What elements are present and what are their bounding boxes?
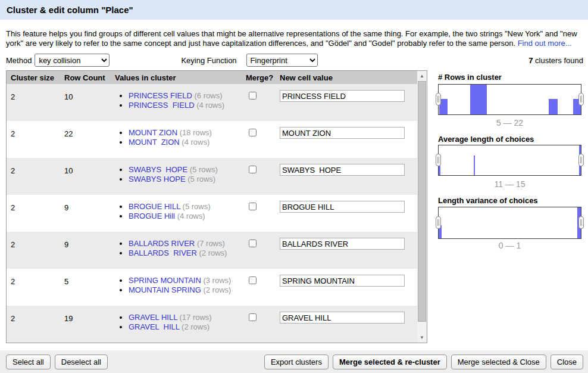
cluster-value-link[interactable]: SWABYS HOPE xyxy=(129,175,186,184)
cluster-value-link[interactable]: BROGUE Hill xyxy=(129,212,175,220)
merge-recluster-button[interactable]: Merge selected & re-cluster xyxy=(333,355,447,369)
range-slider-handle-right[interactable] xyxy=(578,93,584,105)
row-count-cell: 9 xyxy=(64,240,68,249)
cluster-value-rowcount: (3 rows) xyxy=(201,276,232,285)
feature-description: This feature helps you find groups of di… xyxy=(6,29,583,48)
cluster-value-link[interactable]: GRAVEL HILL xyxy=(129,313,177,322)
cluster-value-link[interactable]: MOUNT ZION xyxy=(129,138,180,147)
new-cell-value-input[interactable] xyxy=(280,312,405,324)
cluster-value-rowcount: (5 rows) xyxy=(186,175,216,184)
keying-function-select[interactable]: Fingerprint xyxy=(246,54,318,67)
histogram-range-label: 0 — 1 xyxy=(438,241,581,250)
row-count-cell: 19 xyxy=(64,314,73,323)
range-slider-handle-right[interactable] xyxy=(578,216,584,229)
range-slider-handle-left[interactable] xyxy=(436,93,441,105)
histogram-title: Average length of choices xyxy=(438,135,534,144)
cluster-value-rowcount: (7 rows) xyxy=(195,239,225,248)
range-slider-handle-left[interactable] xyxy=(436,216,441,229)
scrollbar-thumb[interactable] xyxy=(418,81,426,322)
new-cell-value-input[interactable] xyxy=(280,201,405,213)
description-text: This feature helps you find groups of di… xyxy=(6,29,577,48)
histogram-bar xyxy=(474,156,475,175)
table-row: 2 9 BROGUE HILL (5 rows)BROGUE Hill (4 r… xyxy=(7,195,417,232)
cluster-size-cell: 2 xyxy=(11,240,15,249)
histogram-frame xyxy=(438,84,581,115)
histogram-bar xyxy=(549,99,558,114)
cluster-value-rowcount: (4 rows) xyxy=(180,138,210,147)
row-count-cell: 5 xyxy=(64,277,68,286)
merge-checkbox[interactable] xyxy=(249,240,257,247)
cluster-value-link[interactable]: PRINCESS FIELD xyxy=(129,101,195,110)
cluster-size-cell: 2 xyxy=(11,92,15,101)
clusters-found-status: 7 clusters found xyxy=(528,56,583,65)
method-label: Method xyxy=(6,56,32,65)
table-header: Cluster size Row Count Values in cluster… xyxy=(7,71,427,84)
page-title: Cluster & edit column "Place" xyxy=(0,0,588,20)
cluster-value-rowcount: (4 rows) xyxy=(175,212,205,220)
cluster-size-cell: 2 xyxy=(11,314,15,323)
range-slider-handle-right[interactable] xyxy=(578,154,584,166)
cluster-values-list: BROGUE HILL (5 rows)BROGUE Hill (4 rows) xyxy=(115,202,211,221)
cluster-value-link[interactable]: GRAVEL HILL xyxy=(129,322,180,331)
deselect-all-button[interactable]: Deselect all xyxy=(55,355,108,369)
cluster-value-link[interactable]: BROGUE HILL xyxy=(129,202,180,211)
table-scrollbar[interactable]: ▲ ▼ xyxy=(417,71,427,343)
merge-checkbox[interactable] xyxy=(249,166,257,173)
cluster-value-link[interactable]: PRINCESS FIELD xyxy=(129,91,192,100)
cluster-size-cell: 2 xyxy=(11,166,15,175)
new-cell-value-input[interactable] xyxy=(280,164,405,176)
find-out-more-link[interactable]: Find out more... xyxy=(518,39,572,48)
cluster-value-rowcount: (17 rows) xyxy=(177,313,212,322)
table-body: 2 10 PRINCESS FIELD (6 rows)PRINCESS FIE… xyxy=(7,84,417,343)
cluster-values-list: GRAVEL HILL (17 rows)GRAVEL HILL (2 rows… xyxy=(115,313,212,332)
select-all-button[interactable]: Select all xyxy=(6,355,51,369)
header-new-value: New cell value xyxy=(280,73,333,82)
export-clusters-button[interactable]: Export clusters xyxy=(264,355,329,369)
cluster-values-list: BALLARDS RIVER (7 rows)BALLARDS RIVER (2… xyxy=(115,239,227,258)
header-merge: Merge? xyxy=(246,73,273,82)
cluster-value-link[interactable]: MOUNT ZION xyxy=(129,128,177,137)
row-count-cell: 10 xyxy=(64,92,73,101)
merge-close-button[interactable]: Merge selected & Close xyxy=(451,355,546,369)
cluster-value-rowcount: (4 rows) xyxy=(195,101,225,110)
merge-checkbox[interactable] xyxy=(249,203,257,210)
cluster-value-link[interactable]: BALLARDS RIVER xyxy=(129,239,195,248)
cluster-value-link[interactable]: BALLARDS RIVER xyxy=(129,248,197,257)
cluster-values-list: SWABYS HOPE (5 rows)SWABYS HOPE (5 rows) xyxy=(115,165,218,184)
cluster-size-cell: 2 xyxy=(11,203,15,212)
histogram-bar xyxy=(470,85,487,114)
merge-checkbox[interactable] xyxy=(249,313,257,321)
method-select[interactable]: key collision xyxy=(35,54,110,67)
table-row: 2 9 BALLARDS RIVER (7 rows)BALLARDS RIVE… xyxy=(7,232,417,269)
cluster-value-link[interactable]: SPRING MOUNTAIN xyxy=(129,276,201,285)
close-button[interactable]: Close xyxy=(551,355,583,369)
cluster-value-link[interactable]: MOUNTAIN SPRING xyxy=(129,285,201,294)
cluster-value-rowcount: (2 rows) xyxy=(197,248,227,257)
table-row: 2 19 GRAVEL HILL (17 rows)GRAVEL HILL (2… xyxy=(7,306,417,343)
new-cell-value-input[interactable] xyxy=(280,275,405,287)
keying-function-label: Keying Function xyxy=(181,56,236,65)
merge-checkbox[interactable] xyxy=(249,129,257,136)
histogram-frame xyxy=(438,145,581,176)
clusters-table: Cluster size Row Count Values in cluster… xyxy=(6,70,427,343)
controls-row: Method key collision Keying Function Fin… xyxy=(6,53,583,67)
header-row-count: Row Count xyxy=(64,73,105,82)
row-count-cell: 22 xyxy=(64,129,73,138)
footer-toolbar: Select all Deselect all Export clusters … xyxy=(0,350,588,373)
table-row: 2 22 MOUNT ZION (18 rows)MOUNT ZION (4 r… xyxy=(7,121,417,158)
range-slider-handle-left[interactable] xyxy=(436,154,441,166)
cluster-size-cell: 2 xyxy=(11,277,15,286)
cluster-value-link[interactable]: SWABYS HOPE xyxy=(129,165,187,174)
cluster-value-rowcount: (5 rows) xyxy=(180,202,211,211)
histogram-title: Length variance of choices xyxy=(438,196,538,205)
scroll-down-icon[interactable]: ▼ xyxy=(417,332,427,343)
merge-checkbox[interactable] xyxy=(249,276,257,284)
new-cell-value-input[interactable] xyxy=(280,238,405,250)
histogram-range-label: 5 — 22 xyxy=(438,118,581,128)
new-cell-value-input[interactable] xyxy=(280,90,405,102)
cluster-values-list: PRINCESS FIELD (6 rows)PRINCESS FIELD (4… xyxy=(115,91,224,110)
new-cell-value-input[interactable] xyxy=(280,127,405,139)
scroll-up-icon[interactable]: ▲ xyxy=(417,71,427,81)
merge-checkbox[interactable] xyxy=(249,92,257,100)
table-row: 2 10 SWABYS HOPE (5 rows)SWABYS HOPE (5 … xyxy=(7,158,417,195)
